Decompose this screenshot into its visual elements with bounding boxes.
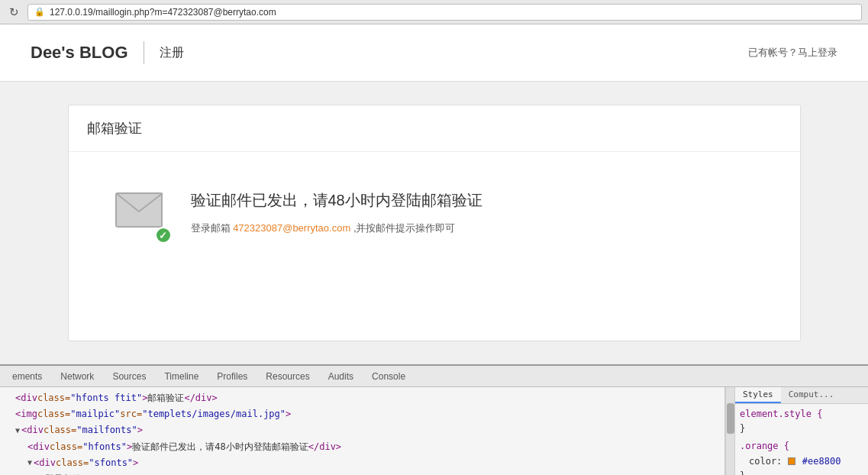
mail-content-text: 验证邮件已发出，请48小时内登陆邮箱验证 登录邮箱 472323087@berr… xyxy=(191,190,754,235)
css-selector-orange: .orange { xyxy=(740,441,789,451)
mail-icon-container: ✓ xyxy=(115,190,168,244)
url-text: 127.0.0.19/maillogin.php?m=472323087@ber… xyxy=(50,7,276,18)
devtools-body: <div class="hfonts ftit">邮箱验证</div> <img… xyxy=(0,387,868,475)
devtools-scrollbar[interactable] xyxy=(725,387,734,475)
tab-profiles[interactable]: Profiles xyxy=(208,366,257,387)
refresh-icon[interactable]: ↻ xyxy=(6,5,21,20)
check-circle-icon: ✓ xyxy=(155,227,172,244)
email-link[interactable]: 472323087@berrytao.com xyxy=(233,222,350,234)
address-bar[interactable]: 🔒 127.0.0.19/maillogin.php?m=472323087@b… xyxy=(27,4,862,21)
computed-tab[interactable]: Comput... xyxy=(781,387,842,403)
site-title-area: Dee's BLOG 注册 xyxy=(31,41,184,64)
card-title: 邮箱验证 xyxy=(87,121,142,136)
devtools-html-panel: <div class="hfonts ftit">邮箱验证</div> <img… xyxy=(0,387,725,475)
tab-resources[interactable]: Resources xyxy=(257,366,318,387)
tab-audits[interactable]: Audits xyxy=(319,366,363,387)
site-header: Dee's BLOG 注册 已有帐号？马上登录 xyxy=(0,24,868,82)
devtools-right-tab-bar: Styles Comput... xyxy=(735,387,868,404)
css-selector-element: element.style { xyxy=(740,409,822,419)
css-rule-element: element.style { } xyxy=(740,407,863,436)
main-card: 邮箱验证 ✓ 验证邮件已发出，请48小时内登陆邮箱验证 登录邮箱 4723230… xyxy=(68,105,801,341)
css-close-orange: } xyxy=(740,470,745,475)
tab-console[interactable]: Console xyxy=(363,366,415,387)
card-title-bar: 邮箱验证 xyxy=(69,105,800,152)
card-body: ✓ 验证邮件已发出，请48小时内登陆邮箱验证 登录邮箱 472323087@be… xyxy=(69,152,800,282)
styles-content: element.style { } .orange { color: #ee88… xyxy=(735,404,868,475)
css-color-line: color: #ee8800 xyxy=(740,456,841,467)
page-content: Dee's BLOG 注册 已有帐号？马上登录 邮箱验证 ✓ 验证邮件已发出，请… xyxy=(0,24,868,364)
styles-tab[interactable]: Styles xyxy=(735,387,781,403)
devtools-tab-bar: ements Network Sources Timeline Profiles… xyxy=(0,366,868,387)
mail-envelope-icon xyxy=(115,190,164,232)
css-rule-orange: .orange { color: #ee8800 } xyxy=(740,439,863,475)
sub-text-prefix: 登录邮箱 xyxy=(191,222,234,234)
browser-bar: ↻ 🔒 127.0.0.19/maillogin.php?m=472323087… xyxy=(0,0,868,24)
code-line-2[interactable]: <img class="mailpic" src="templets/image… xyxy=(0,406,724,422)
css-close-element: } xyxy=(740,423,745,434)
tab-timeline[interactable]: Timeline xyxy=(155,366,208,387)
scrollbar-thumb[interactable] xyxy=(727,403,734,434)
lock-icon: 🔒 xyxy=(34,7,45,17)
register-link[interactable]: 注册 xyxy=(160,45,184,61)
code-line-4[interactable]: <div class="hfonts">验证邮件已发出，请48小时内登陆邮箱验证… xyxy=(0,439,724,455)
site-title: Dee's BLOG xyxy=(31,43,128,63)
mail-main-title: 验证邮件已发出，请48小时内登陆邮箱验证 xyxy=(191,190,754,211)
devtools-styles-panel: Styles Comput... element.style { } .oran… xyxy=(734,387,868,475)
mail-sub-text: 登录邮箱 472323087@berrytao.com ,并按邮件提示操作即可 xyxy=(191,221,754,235)
css-color-value: #ee8800 xyxy=(802,456,841,467)
code-line-6[interactable]: "登录邮箱 " xyxy=(0,471,724,475)
code-line-1[interactable]: <div class="hfonts ftit">邮箱验证</div> xyxy=(0,390,724,406)
sub-text-suffix: ,并按邮件提示操作即可 xyxy=(350,222,455,234)
tab-network[interactable]: Network xyxy=(51,366,103,387)
color-swatch xyxy=(788,457,795,465)
tab-sources[interactable]: Sources xyxy=(103,366,155,387)
code-line-3[interactable]: ▼<div class="mailfonts"> xyxy=(0,422,724,438)
login-prompt: 已有帐号？马上登录 xyxy=(748,46,837,60)
tab-elements[interactable]: ements xyxy=(3,366,51,387)
header-divider xyxy=(144,41,144,64)
devtools-panel: ements Network Sources Timeline Profiles… xyxy=(0,364,868,475)
code-line-5[interactable]: ▼<div class="sfonts"> xyxy=(0,455,724,471)
